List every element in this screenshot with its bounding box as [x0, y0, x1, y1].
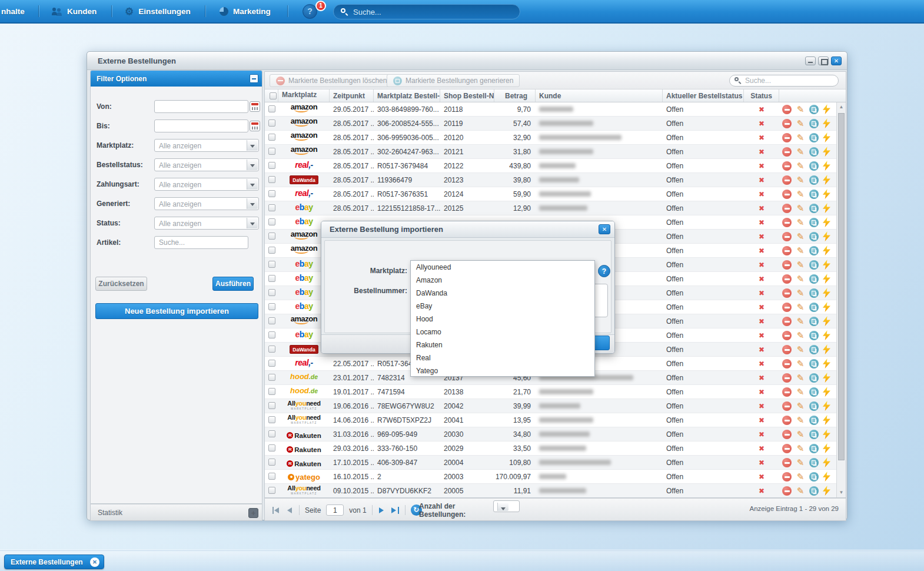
quick-action-icon[interactable] — [823, 415, 830, 425]
table-row[interactable]: AllyouneedMARKTPLATZ19.06.2016 ...78EWG6… — [265, 399, 836, 413]
row-checkbox[interactable] — [268, 289, 275, 296]
edit-order-icon[interactable]: ✎ — [796, 204, 805, 213]
row-checkbox[interactable] — [268, 119, 275, 127]
delete-order-icon[interactable] — [782, 303, 792, 312]
marktplatz-option[interactable]: DaWanda — [411, 287, 594, 300]
edit-order-icon[interactable]: ✎ — [796, 331, 805, 340]
delete-order-icon[interactable] — [782, 387, 792, 397]
quick-action-icon[interactable] — [823, 330, 830, 340]
delete-order-icon[interactable] — [782, 175, 792, 185]
quick-action-icon[interactable] — [823, 401, 830, 411]
marktplatz-option[interactable]: Locamo — [411, 326, 594, 338]
edit-order-icon[interactable]: ✎ — [796, 430, 805, 439]
table-row[interactable]: amazon28.05.2017 ...306-2008524-555...20… — [265, 117, 836, 131]
delete-order-icon[interactable] — [782, 260, 792, 270]
maximize-button[interactable] — [818, 57, 829, 65]
table-row[interactable]: DaWanda28.05.2017 ...1193664792012339,80… — [265, 173, 836, 187]
row-checkbox[interactable] — [268, 134, 275, 141]
next-page-button[interactable] — [378, 506, 386, 514]
row-checkbox[interactable] — [268, 218, 275, 225]
generate-order-icon[interactable] — [809, 472, 819, 482]
delete-order-icon[interactable] — [782, 331, 792, 340]
quick-action-icon[interactable] — [823, 358, 830, 369]
delete-order-icon[interactable] — [782, 274, 792, 284]
row-checkbox[interactable] — [268, 233, 275, 240]
date-input[interactable] — [154, 100, 248, 113]
modal-titlebar[interactable]: Externe Bestellung importieren ✕ — [321, 221, 614, 238]
quick-action-icon[interactable] — [823, 231, 830, 241]
quick-action-icon[interactable] — [823, 245, 830, 255]
delete-order-icon[interactable] — [782, 119, 792, 128]
edit-order-icon[interactable]: ✎ — [796, 105, 805, 114]
nav-item-inhalte[interactable]: nhalte — [1, 0, 25, 22]
row-checkbox[interactable] — [268, 105, 275, 112]
import-new-order-button[interactable]: Neue Bestellung importieren — [95, 303, 258, 319]
quick-action-icon[interactable] — [823, 104, 830, 114]
grid-search-input[interactable] — [745, 77, 827, 85]
column-header-marktplatz[interactable]: Marktplatz — [278, 89, 330, 102]
row-checkbox[interactable] — [268, 459, 275, 466]
generate-order-icon[interactable] — [809, 444, 819, 453]
table-row[interactable]: amazon29.05.2017 ...303-8649899-760...20… — [265, 102, 836, 117]
grid-search[interactable] — [729, 75, 839, 87]
delete-order-icon[interactable] — [782, 147, 792, 157]
edit-order-icon[interactable]: ✎ — [796, 260, 805, 270]
row-checkbox[interactable] — [268, 162, 275, 169]
quick-action-icon[interactable] — [823, 175, 830, 185]
quick-action-icon[interactable] — [823, 288, 830, 298]
generate-order-icon[interactable] — [809, 387, 819, 397]
page-number-input[interactable] — [326, 504, 344, 516]
quick-action-icon[interactable] — [823, 443, 830, 453]
quick-action-icon[interactable] — [823, 189, 830, 199]
window-close-button[interactable]: ✕ — [831, 57, 842, 65]
generate-order-icon[interactable] — [809, 147, 819, 157]
edit-order-icon[interactable]: ✎ — [796, 458, 805, 467]
edit-order-icon[interactable]: ✎ — [796, 232, 805, 241]
table-row[interactable]: amazon28.05.2017 ...302-2604247-963...20… — [265, 145, 836, 159]
row-checkbox[interactable] — [268, 190, 275, 197]
edit-order-icon[interactable]: ✎ — [796, 303, 805, 312]
delete-order-icon[interactable] — [782, 486, 792, 496]
edit-order-icon[interactable]: ✎ — [796, 190, 805, 199]
delete-order-icon[interactable] — [782, 430, 792, 439]
edit-order-icon[interactable]: ✎ — [796, 486, 805, 496]
vertical-scrollbar[interactable]: ▲ ▼ — [836, 102, 846, 497]
marktplatz-option[interactable]: Hood — [411, 313, 594, 326]
row-checkbox[interactable] — [268, 430, 275, 437]
row-checkbox[interactable] — [268, 360, 275, 367]
select-all-checkbox[interactable] — [270, 92, 277, 99]
row-checkbox[interactable] — [268, 275, 275, 282]
first-page-button[interactable] — [272, 506, 280, 514]
quick-action-icon[interactable] — [823, 344, 830, 354]
delete-marked-button[interactable]: Markierte Bestellungen löschen — [270, 74, 393, 87]
generate-order-icon[interactable] — [809, 161, 819, 171]
delete-order-icon[interactable] — [782, 472, 792, 482]
generate-order-icon[interactable] — [809, 359, 819, 369]
quick-action-icon[interactable] — [823, 472, 830, 482]
row-checkbox[interactable] — [268, 303, 275, 310]
column-header-marktplatz-bestell-nr[interactable]: Marktplatz Bestell-Nr — [374, 89, 440, 102]
generate-order-icon[interactable] — [809, 204, 819, 213]
generate-order-icon[interactable] — [809, 190, 819, 199]
delete-order-icon[interactable] — [782, 204, 792, 213]
taskbar-close-icon[interactable]: ✕ — [90, 557, 99, 567]
marktplatz-option[interactable]: Real — [411, 351, 594, 364]
quick-action-icon[interactable] — [823, 217, 830, 227]
generate-order-icon[interactable] — [809, 105, 819, 114]
generate-order-icon[interactable] — [809, 430, 819, 439]
table-row[interactable]: yatego16.10.2015 ...220003170.009,97Offe… — [265, 470, 836, 484]
edit-order-icon[interactable]: ✎ — [796, 317, 805, 326]
generate-order-icon[interactable] — [809, 331, 819, 340]
row-checkbox[interactable] — [268, 473, 275, 480]
generate-order-icon[interactable] — [809, 260, 819, 270]
row-checkbox[interactable] — [268, 176, 275, 183]
generate-order-icon[interactable] — [809, 458, 819, 467]
edit-order-icon[interactable]: ✎ — [796, 274, 805, 284]
generate-order-icon[interactable] — [809, 246, 819, 255]
scroll-down-arrow-icon[interactable]: ▼ — [837, 488, 846, 497]
edit-order-icon[interactable]: ✎ — [796, 246, 805, 255]
run-filter-button[interactable]: Ausführen — [212, 277, 254, 291]
row-checkbox[interactable] — [268, 388, 275, 395]
date-input[interactable] — [154, 119, 248, 132]
quick-action-icon[interactable] — [823, 260, 830, 270]
